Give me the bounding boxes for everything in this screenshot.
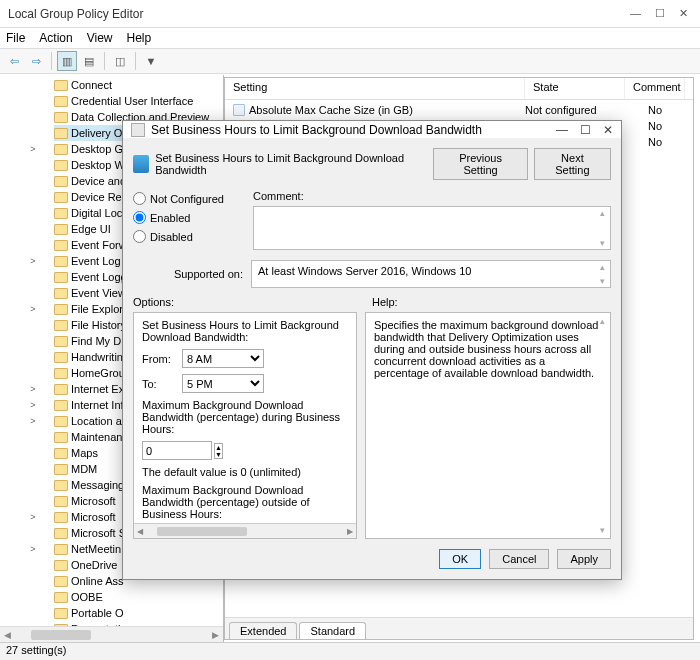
radio-enabled[interactable]: Enabled (133, 211, 243, 224)
apply-button[interactable]: Apply (557, 549, 611, 569)
spin-down-icon[interactable]: ▼ (215, 451, 222, 458)
folder-icon (54, 512, 68, 523)
cancel-button[interactable]: Cancel (489, 549, 549, 569)
folder-icon (54, 112, 68, 123)
folder-icon (54, 528, 68, 539)
folder-icon (54, 256, 68, 267)
options-label: Options: (133, 296, 372, 308)
radio-not-configured[interactable]: Not Configured (133, 192, 243, 205)
dialog-minimize-icon[interactable]: — (556, 123, 568, 137)
folder-icon (54, 416, 68, 427)
help-label: Help: (372, 296, 611, 308)
tree-item[interactable]: Connect (54, 77, 223, 93)
radio-disabled[interactable]: Disabled (133, 230, 243, 243)
max-outside-label: Maximum Background Download Bandwidth (p… (142, 484, 348, 520)
next-setting-button[interactable]: Next Setting (534, 148, 611, 180)
tree-item[interactable]: Credential User Interface (54, 93, 223, 109)
dialog-close-icon[interactable]: ✕ (603, 123, 613, 137)
folder-icon (54, 80, 68, 91)
folder-icon (54, 464, 68, 475)
main-titlebar: Local Group Policy Editor — ☐ ✕ (0, 0, 700, 28)
menu-action[interactable]: Action (39, 31, 72, 45)
comment-label: Comment: (253, 190, 611, 202)
from-label: From: (142, 353, 176, 365)
folder-icon (54, 96, 68, 107)
opts-title: Set Business Hours to Limit Background D… (142, 319, 348, 343)
export-icon[interactable]: ▤ (79, 51, 99, 71)
folder-icon (54, 560, 68, 571)
col-comment[interactable]: Comment (625, 78, 685, 99)
tree-item[interactable]: OOBE (54, 589, 223, 605)
dialog-title: Set Business Hours to Limit Background D… (151, 123, 482, 137)
folder-icon (54, 128, 68, 139)
supported-label: Supported on: (133, 268, 243, 280)
maximize-icon[interactable]: ☐ (655, 7, 665, 20)
window-title: Local Group Policy Editor (8, 7, 143, 21)
tree-scrollbar[interactable]: ◀ ▶ (0, 626, 223, 642)
tab-standard[interactable]: Standard (299, 622, 366, 639)
minimize-icon[interactable]: — (630, 7, 641, 20)
menu-help[interactable]: Help (127, 31, 152, 45)
setting-row[interactable]: Absolute Max Cache Size (in GB)Not confi… (225, 102, 693, 118)
help-pane: Specifies the maximum background downloa… (365, 312, 611, 539)
ok-button[interactable]: OK (439, 549, 481, 569)
forward-icon[interactable]: ⇨ (26, 51, 46, 71)
tab-extended[interactable]: Extended (229, 622, 297, 639)
default-note: The default value is 0 (unlimited) (142, 466, 348, 478)
dialog-maximize-icon[interactable]: ☐ (580, 123, 591, 137)
folder-icon (54, 336, 68, 347)
close-icon[interactable]: ✕ (679, 7, 688, 20)
folder-icon (54, 384, 68, 395)
folder-icon (54, 592, 68, 603)
previous-setting-button[interactable]: Previous Setting (433, 148, 527, 180)
to-label: To: (142, 378, 176, 390)
options-pane: Set Business Hours to Limit Background D… (133, 312, 357, 539)
max-during-label: Maximum Background Download Bandwidth (p… (142, 399, 348, 435)
folder-icon (54, 576, 68, 587)
folder-icon (54, 432, 68, 443)
folder-icon (54, 544, 68, 555)
tree-item[interactable]: Portable O (54, 605, 223, 621)
spin-up-icon[interactable]: ▲ (215, 444, 222, 451)
toolbar: ⇦ ⇨ ▥ ▤ ◫ ▼ (0, 48, 700, 74)
folder-icon (54, 160, 68, 171)
folder-icon (54, 208, 68, 219)
setting-icon (233, 104, 245, 116)
folder-icon (54, 608, 68, 619)
folder-icon (54, 368, 68, 379)
percentage-spinner[interactable] (142, 441, 212, 460)
folder-icon (54, 304, 68, 315)
folder-icon (54, 496, 68, 507)
supported-value: At least Windows Server 2016, Windows 10… (251, 260, 611, 288)
folder-icon (54, 192, 68, 203)
options-scrollbar[interactable]: ◀ ▶ (134, 523, 356, 538)
status-bar: 27 setting(s) (0, 642, 700, 660)
policy-shield-icon (133, 155, 149, 173)
folder-icon (54, 448, 68, 459)
comment-field[interactable]: ▴▾ (253, 206, 611, 250)
folder-icon (54, 176, 68, 187)
folder-icon (54, 400, 68, 411)
folder-icon (54, 352, 68, 363)
folder-icon (54, 288, 68, 299)
menu-file[interactable]: File (6, 31, 25, 45)
from-select[interactable]: 8 AM (182, 349, 264, 368)
to-select[interactable]: 5 PM (182, 374, 264, 393)
filter-icon[interactable]: ▼ (141, 51, 161, 71)
menu-view[interactable]: View (87, 31, 113, 45)
back-icon[interactable]: ⇦ (4, 51, 24, 71)
col-setting[interactable]: Setting (225, 78, 525, 99)
dialog-heading: Set Business Hours to Limit Background D… (155, 152, 427, 176)
folder-icon (54, 272, 68, 283)
folder-icon (54, 240, 68, 251)
col-state[interactable]: State (525, 78, 625, 99)
dialog-icon (131, 123, 145, 137)
policy-dialog: Set Business Hours to Limit Background D… (122, 120, 622, 580)
folder-icon (54, 320, 68, 331)
show-hide-tree-icon[interactable]: ▥ (57, 51, 77, 71)
folder-icon (54, 224, 68, 235)
menubar: File Action View Help (0, 28, 700, 48)
properties-icon[interactable]: ◫ (110, 51, 130, 71)
folder-icon (54, 144, 68, 155)
folder-icon (54, 480, 68, 491)
